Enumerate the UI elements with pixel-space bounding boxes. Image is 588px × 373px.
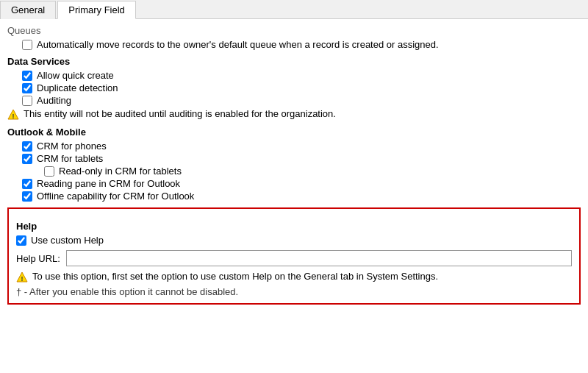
allow-quick-create-row: Allow quick create bbox=[22, 70, 581, 81]
help-warning-icon: ! bbox=[16, 271, 28, 283]
tabs-bar: General Primary Field bbox=[0, 0, 588, 19]
readonly-tablets-row: Read-only in CRM for tablets bbox=[44, 166, 581, 177]
allow-quick-create-label: Allow quick create bbox=[37, 70, 114, 81]
offline-capability-label: Offline capability for CRM for Outlook bbox=[37, 191, 194, 202]
auditing-warning-row: ! This entity will not be audited until … bbox=[7, 108, 581, 121]
help-section: Help Use custom Help Help URL: ! To use … bbox=[7, 207, 581, 305]
crm-tablets-checkbox[interactable] bbox=[22, 154, 32, 164]
tab-general[interactable]: General bbox=[0, 1, 56, 19]
use-custom-help-checkbox[interactable] bbox=[16, 235, 26, 246]
readonly-tablets-checkbox[interactable] bbox=[44, 166, 54, 177]
crm-phones-row: CRM for phones bbox=[22, 141, 581, 152]
reading-pane-checkbox[interactable] bbox=[22, 179, 32, 189]
reading-pane-label: Reading pane in CRM for Outlook bbox=[37, 178, 180, 189]
reading-pane-row: Reading pane in CRM for Outlook bbox=[22, 178, 581, 189]
crm-phones-checkbox[interactable] bbox=[22, 141, 32, 152]
crm-tablets-row: CRM for tablets bbox=[22, 153, 581, 164]
svg-text:!: ! bbox=[12, 113, 15, 120]
allow-quick-create-checkbox[interactable] bbox=[22, 71, 32, 81]
queues-label: Queues bbox=[7, 25, 581, 36]
help-warning-text: To use this option, first set the option… bbox=[32, 271, 438, 282]
help-url-label: Help URL: bbox=[16, 253, 60, 264]
help-header: Help bbox=[16, 221, 572, 232]
help-url-row: Help URL: bbox=[16, 250, 572, 266]
use-custom-help-label: Use custom Help bbox=[31, 235, 104, 246]
auto-move-label: Automatically move records to the owner'… bbox=[37, 39, 439, 50]
auditing-checkbox[interactable] bbox=[22, 96, 32, 106]
main-content: Queues Automatically move records to the… bbox=[0, 19, 588, 312]
crm-tablets-label: CRM for tablets bbox=[37, 153, 103, 164]
duplicate-detection-checkbox[interactable] bbox=[22, 83, 32, 93]
warning-icon: ! bbox=[7, 109, 19, 121]
svg-text:!: ! bbox=[21, 275, 24, 283]
offline-capability-checkbox[interactable] bbox=[22, 191, 32, 202]
offline-capability-row: Offline capability for CRM for Outlook bbox=[22, 191, 581, 202]
auditing-warning-text: This entity will not be audited until au… bbox=[24, 108, 336, 119]
duplicate-detection-label: Duplicate detection bbox=[37, 82, 118, 93]
crm-phones-label: CRM for phones bbox=[37, 141, 107, 152]
use-custom-help-row: Use custom Help bbox=[16, 235, 572, 246]
auto-move-row: Automatically move records to the owner'… bbox=[22, 39, 581, 50]
help-note: † - After you enable this option it cann… bbox=[16, 286, 572, 297]
auditing-row: Auditing bbox=[22, 95, 581, 106]
duplicate-detection-row: Duplicate detection bbox=[22, 82, 581, 93]
auto-move-checkbox[interactable] bbox=[22, 40, 32, 50]
help-url-input[interactable] bbox=[66, 250, 572, 266]
tab-primary-field[interactable]: Primary Field bbox=[57, 1, 136, 19]
auditing-label: Auditing bbox=[37, 95, 71, 106]
readonly-tablets-label: Read-only in CRM for tablets bbox=[59, 166, 182, 177]
help-warning-row: ! To use this option, first set the opti… bbox=[16, 271, 572, 283]
data-services-header: Data Services bbox=[7, 56, 581, 67]
outlook-mobile-header: Outlook & Mobile bbox=[7, 127, 581, 138]
